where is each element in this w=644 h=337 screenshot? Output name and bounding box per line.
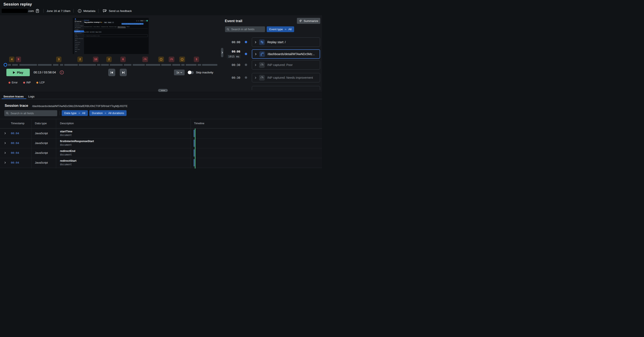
column-header-timeline[interactable]: Timeline: [194, 122, 204, 125]
session-traces-section: Session traces Logs Session trace /dashb…: [0, 92, 322, 168]
session-trace-title: Session trace: [5, 104, 28, 108]
row-timestamp: 00:04: [11, 161, 19, 164]
chevron-right-icon: [4, 152, 6, 154]
chevron-right-icon: [254, 41, 256, 44]
section-resize-handle[interactable]: [158, 89, 168, 92]
event-dot-blue[interactable]: [245, 53, 247, 55]
row-timeline-marker: [194, 159, 194, 166]
row-data-type: JavaScript: [35, 151, 48, 154]
event-card-inp-poor[interactable]: INP captured: Poor: [252, 60, 320, 70]
route-change-icon: [259, 51, 265, 57]
row-description-name: startTime: [60, 130, 72, 133]
row-timeline-marker: [194, 130, 194, 137]
row-data-type: JavaScript: [35, 132, 48, 135]
table-top-border: [0, 119, 322, 119]
trace-table-row[interactable]: 00:04 JavaScript firstInterimResponseSta…: [0, 138, 322, 148]
column-header-timestamp[interactable]: Timestamp: [11, 122, 24, 125]
row-description-name: redirectEnd: [60, 149, 75, 152]
column-header-data-type[interactable]: Data type: [35, 122, 47, 125]
session-trace-path: /dashboards/detail/MTAwNDc5MzZ8VklafERBU…: [32, 104, 128, 108]
gauge-icon: [259, 62, 265, 68]
event-card-route-change[interactable]: /dashboards/detail/MTAwNDc5Mz...: [252, 49, 320, 59]
row-description-detail: document: [60, 153, 72, 156]
row-timestamp: 00:04: [11, 151, 19, 154]
row-data-type: JavaScript: [35, 142, 48, 145]
event-dot-blue[interactable]: [245, 41, 247, 43]
event-time: 00:00: [228, 40, 240, 44]
session-replay-page: Session replay .com June 16 at 7:19am Me…: [0, 0, 322, 168]
row-description-detail: document: [60, 163, 72, 166]
trace-search[interactable]: [4, 110, 57, 116]
tab-session-traces[interactable]: Session traces: [4, 95, 24, 98]
event-dot-gray[interactable]: [245, 64, 247, 66]
trace-table-row[interactable]: 00:04 JavaScript redirectStart document: [0, 158, 322, 168]
search-icon: [6, 112, 9, 115]
event-time: 00:06: [228, 50, 240, 53]
event-time: 00:30: [228, 63, 240, 66]
event-time: 00:30: [228, 76, 240, 79]
data-type-filter-pill[interactable]: Data type=All: [62, 110, 88, 116]
chevron-right-icon: [254, 76, 256, 79]
event-card-partial[interactable]: [252, 86, 320, 90]
chevron-right-icon: [4, 162, 6, 164]
tab-divider-line: [0, 99, 322, 99]
event-duration-badge: 1915 ms: [227, 54, 241, 58]
row-description-name: redirectStart: [60, 159, 76, 162]
divider: [60, 111, 60, 115]
trace-table-row[interactable]: 00:04 JavaScript startTime document: [0, 128, 322, 138]
row-timestamp: 00:04: [11, 132, 19, 135]
timeline-playhead-line: [195, 128, 196, 168]
row-data-type: JavaScript: [35, 161, 48, 164]
row-description-name: firstInterimResponseStart: [60, 140, 94, 143]
chevron-right-icon: [254, 64, 256, 66]
row-timestamp: 00:04: [11, 142, 19, 145]
replay-icon: [259, 39, 265, 45]
trace-table-row[interactable]: 00:04 JavaScript redirectEnd document: [0, 148, 322, 158]
event-card-inp-needs-improvement[interactable]: INP captured: Needs improvement: [252, 73, 320, 82]
event-card-replay-start[interactable]: Replay start: /: [252, 38, 320, 47]
gauge-icon: [259, 75, 265, 81]
row-timeline-marker: [194, 140, 194, 147]
chevron-right-icon: [255, 53, 257, 55]
tab-logs[interactable]: Logs: [28, 95, 34, 98]
row-description-detail: document: [60, 134, 72, 136]
row-timeline-marker: [194, 149, 194, 156]
event-list: 00:00 Replay start: / 00:06 1915 ms /das…: [0, 0, 322, 90]
chevron-right-icon: [4, 132, 6, 134]
row-description-detail: document: [60, 144, 72, 146]
trace-search-input[interactable]: [10, 112, 56, 115]
chevron-right-icon: [4, 142, 6, 144]
event-dot-gray[interactable]: [245, 76, 247, 79]
column-header-description[interactable]: Description: [60, 122, 74, 125]
duration-filter-pill[interactable]: Duration=All durations: [89, 110, 126, 116]
